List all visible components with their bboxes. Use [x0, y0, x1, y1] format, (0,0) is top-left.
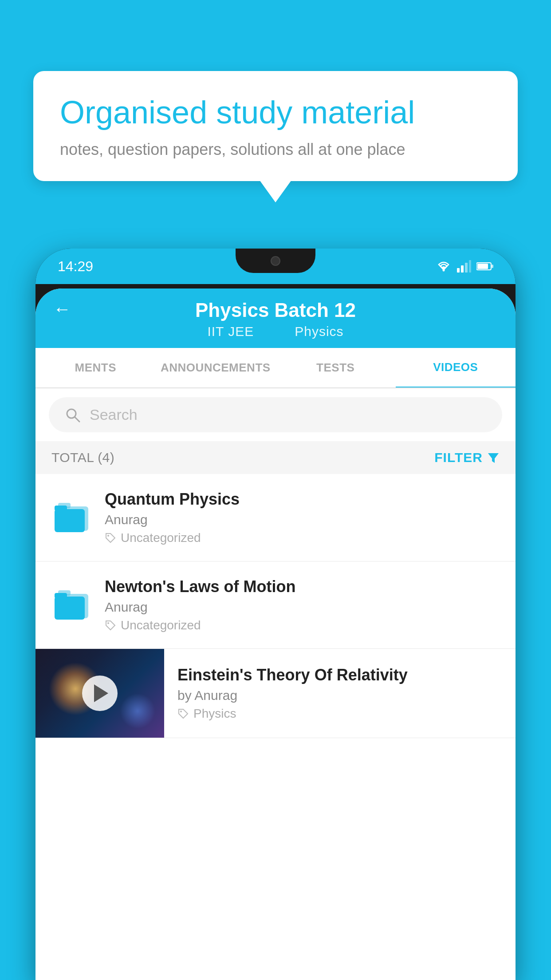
tab-announcements[interactable]: ANNOUNCEMENTS	[156, 348, 276, 387]
total-count: TOTAL (4)	[51, 450, 114, 465]
folder-icon	[54, 589, 89, 622]
list-item[interactable]: Newton's Laws of Motion Anurag Uncategor…	[35, 561, 516, 649]
folder-icon-wrap	[51, 498, 91, 537]
search-input-wrapper[interactable]: Search	[49, 397, 502, 432]
video-title: Einstein's Theory Of Relativity	[177, 666, 502, 684]
phone-inner: ← Physics Batch 12 IIT JEE Physics MENTS…	[35, 288, 516, 980]
tabs-bar: MENTS ANNOUNCEMENTS TESTS VIDEOS	[35, 348, 516, 388]
list-item[interactable]: Einstein's Theory Of Relativity by Anura…	[35, 649, 516, 738]
camera	[271, 256, 280, 266]
svg-rect-6	[477, 264, 488, 269]
status-bar: 14:29	[35, 249, 516, 284]
video-tag: Physics	[177, 707, 502, 721]
subtitle-separator	[272, 324, 281, 339]
wifi-icon	[436, 260, 452, 273]
tag-icon	[177, 708, 189, 719]
tag-label: Uncategorized	[121, 531, 201, 545]
svg-line-9	[75, 417, 79, 422]
play-button[interactable]	[82, 676, 118, 711]
svg-rect-13	[55, 509, 85, 532]
bubble-subtitle: notes, question papers, solutions all at…	[60, 140, 491, 159]
svg-point-0	[443, 269, 445, 272]
video-tag: Uncategorized	[105, 531, 500, 545]
tag-icon	[105, 620, 116, 631]
speech-bubble: Organised study material notes, question…	[33, 71, 518, 181]
subtitle-physics: Physics	[295, 324, 343, 339]
svg-rect-7	[492, 265, 493, 268]
bubble-title: Organised study material	[60, 93, 491, 131]
status-icons	[436, 260, 493, 273]
video-author: Anurag	[105, 600, 500, 615]
list-item[interactable]: Quantum Physics Anurag Uncategorized	[35, 474, 516, 561]
tab-tests[interactable]: TESTS	[276, 348, 396, 387]
tag-label: Physics	[193, 707, 236, 721]
subtitle-iitjee: IIT JEE	[207, 324, 254, 339]
video-info: Newton's Laws of Motion Anurag Uncategor…	[105, 577, 500, 632]
svg-rect-19	[55, 593, 67, 598]
filter-button[interactable]: FILTER	[434, 450, 500, 465]
svg-rect-2	[461, 265, 464, 273]
svg-rect-3	[465, 263, 468, 273]
filter-label: FILTER	[434, 450, 483, 465]
video-list: Quantum Physics Anurag Uncategorized	[35, 474, 516, 980]
search-container: Search	[35, 388, 516, 441]
phone-frame: 14:29	[35, 249, 516, 980]
play-triangle-icon	[94, 684, 108, 702]
svg-rect-1	[457, 268, 460, 273]
filter-bar: TOTAL (4) FILTER	[35, 441, 516, 474]
svg-point-21	[180, 711, 182, 712]
video-author: by Anurag	[177, 688, 502, 703]
status-time: 14:29	[58, 258, 93, 275]
video-thumbnail	[35, 649, 164, 738]
tag-label: Uncategorized	[121, 618, 201, 632]
filter-icon	[487, 451, 500, 464]
svg-rect-18	[55, 597, 85, 620]
svg-point-15	[107, 535, 109, 537]
video-author: Anurag	[105, 512, 500, 527]
battery-icon	[476, 261, 493, 271]
batch-subtitle: IIT JEE Physics	[200, 324, 350, 339]
video-title: Newton's Laws of Motion	[105, 577, 500, 596]
video-info: Einstein's Theory Of Relativity by Anura…	[164, 652, 516, 734]
signal-icon	[457, 260, 471, 273]
svg-rect-14	[55, 506, 67, 511]
tag-icon	[105, 532, 116, 544]
folder-icon-wrap	[51, 585, 91, 625]
svg-point-20	[107, 622, 109, 624]
phone-notch	[236, 249, 315, 273]
video-info: Quantum Physics Anurag Uncategorized	[105, 490, 500, 545]
video-tag: Uncategorized	[105, 618, 500, 632]
search-placeholder: Search	[90, 406, 138, 423]
video-title: Quantum Physics	[105, 490, 500, 509]
app-header: ← Physics Batch 12 IIT JEE Physics	[35, 288, 516, 348]
batch-title: Physics Batch 12	[195, 299, 356, 321]
tab-ments[interactable]: MENTS	[35, 348, 156, 387]
svg-marker-10	[488, 453, 499, 463]
back-button[interactable]: ←	[53, 299, 71, 319]
tab-videos[interactable]: VIDEOS	[396, 348, 516, 388]
search-icon	[65, 407, 81, 423]
folder-icon	[54, 501, 89, 534]
svg-rect-4	[469, 260, 471, 273]
